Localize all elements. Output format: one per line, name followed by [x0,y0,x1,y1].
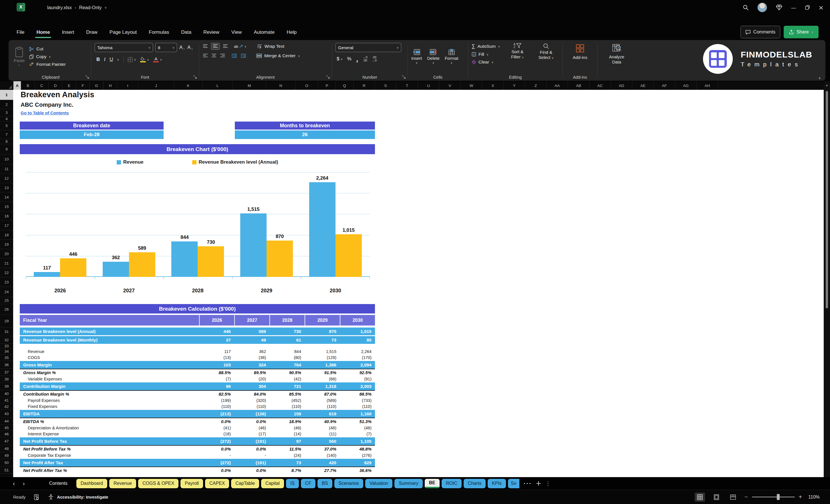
cell-payroll-expenses-2026[interactable]: (199) [199,397,234,403]
sheet-tab-bs[interactable]: BS [317,479,332,488]
row-header-29[interactable]: 29 [0,315,13,327]
format-painter-button[interactable]: Format Painter [29,62,66,67]
cell-contribution-margin-2027[interactable]: 84.0% [234,391,269,397]
cell-interest-expense-2026[interactable]: (18) [199,431,234,437]
sheet-tab-cf[interactable]: CF [301,479,316,488]
sheet-tab-cogs-opex[interactable]: COGS & OPEX [138,479,179,488]
cell-cogs-2028[interactable]: (80) [269,354,305,360]
fiscal-year-label[interactable]: Fiscal Year [20,315,199,325]
format-cells-button[interactable]: Format ∨ [445,49,458,64]
row-header-11[interactable]: 11 [0,164,13,174]
borders-button[interactable]: ∨ [128,57,136,62]
column-header-A[interactable]: A [13,81,21,90]
cell-fixed-expenses-2030[interactable]: (110) [340,403,375,409]
cell-revenue-breakeven-level-annual-2027[interactable]: 589 [234,327,269,335]
cell-ebitda-2027[interactable]: (126) [234,410,269,418]
row-label-net-profit-after-tax[interactable]: Net Profit After Tax % [20,467,199,474]
fiscal-year-2027[interactable]: 2027 [234,315,269,325]
sheet-tab-valuation[interactable]: Valuation [365,479,393,488]
analyze-data-button[interactable]: Analyze Data [601,43,632,65]
increase-indent-button[interactable] [240,54,247,58]
row-label-corporate-tax-expense[interactable]: Corporate Tax Expense [20,452,199,458]
cell-net-profit-before-tax-2026[interactable]: (272) [199,437,234,445]
accessibility-status[interactable]: Accessibility: Investigate [48,494,108,500]
column-header-Q[interactable]: Q [336,81,353,90]
cell-revenue-breakeven-level-monthly-2026[interactable]: 37 [199,336,234,344]
addins-button[interactable]: Add-ins [566,43,594,60]
cell-revenue-breakeven-level-annual-2026[interactable]: 446 [199,327,234,335]
row-header-48[interactable]: 48 [0,445,13,452]
cell-gross-margin-2026[interactable]: 103 [199,361,234,369]
select-all-corner[interactable] [0,81,13,90]
number-dialog-launcher[interactable] [402,75,406,79]
wrap-text-button[interactable]: Wrap Text [257,44,284,49]
row-header-22[interactable]: 22 [0,268,13,278]
column-header-F[interactable]: F [76,81,90,90]
column-header-B[interactable]: B [21,81,35,90]
sheet-tab-contents[interactable]: Contents [42,479,74,488]
cell-corporate-tax-expense-2027[interactable]: - [234,452,269,458]
cell-ebitda-2030[interactable]: 1,160 [340,410,375,418]
cell-fixed-expenses-2029[interactable]: (110) [305,403,340,409]
cut-button[interactable]: Cut [29,46,66,52]
row-header-36[interactable]: 36 [0,361,13,369]
cell-variable-expenses-2029[interactable]: (68) [305,376,340,382]
cell-net-profit-before-tax-2026[interactable]: 0.0% [199,446,234,452]
cell-payroll-expenses-2029[interactable]: (589) [305,397,340,403]
cell-contribution-margin-2030[interactable]: 88.5% [340,391,375,397]
fiscal-year-2026[interactable]: 2026 [199,315,234,325]
font-dialog-launcher[interactable] [193,75,197,79]
row-label-net-profit-before-tax[interactable]: Net Profit Before Tax [20,437,199,445]
cell-ebitda-2029[interactable]: 40.9% [305,418,340,425]
breakeven-chart[interactable]: 1174463625898447301,5158702,2641,015 [26,172,370,277]
clipboard-dialog-launcher[interactable] [86,75,89,79]
cell-fixed-expenses-2027[interactable]: (110) [234,403,269,409]
cell-net-profit-after-tax-2029[interactable]: 420 [305,459,340,467]
row-header-9[interactable]: 9 [0,144,13,154]
column-header-W[interactable]: W [461,81,482,90]
column-header-AD[interactable]: AD [611,81,632,90]
cell-revenue-2028[interactable]: 844 [269,348,305,354]
row-label-depreciation-amortization[interactable]: Depreciation & Amortization [20,425,199,431]
ribbon-tab-formulas[interactable]: Formulas [148,28,169,36]
legend-item-revenue[interactable]: Revenue [117,159,143,165]
column-header-G[interactable]: G [90,81,103,90]
shrink-font-button[interactable]: A∨ [187,44,193,50]
ribbon-tab-file[interactable]: File [16,28,25,36]
column-header-AC[interactable]: AC [589,81,611,90]
column-header-AB[interactable]: AB [568,81,589,90]
column-header-T[interactable]: T [396,81,418,90]
row-header-51[interactable]: 51 [0,467,13,474]
row-header-14[interactable]: 14 [0,192,13,202]
ribbon-tab-page-layout[interactable]: Page Layout [109,28,137,36]
font-family-select[interactable]: Tahoma ∨ [95,43,153,52]
page-layout-view-icon[interactable] [711,493,722,502]
cell-ebitda-2026[interactable]: 0.0% [199,418,234,425]
percent-format-button[interactable]: % [347,56,352,62]
cell-gross-margin-2026[interactable]: 88.5% [199,369,234,376]
fill-color-button[interactable]: ∨ [140,57,149,62]
zoom-out-icon[interactable]: − [744,494,748,500]
font-color-button[interactable]: A ∨ [153,57,162,62]
cell-payroll-expenses-2028[interactable]: (452) [269,397,305,403]
column-header-O[interactable]: O [295,81,318,90]
restore-button[interactable] [805,5,810,10]
column-header-L[interactable]: L [203,81,232,90]
cell-revenue-breakeven-level-monthly-2030[interactable]: 85 [340,336,375,344]
cell-gross-margin-2028[interactable]: 90.5% [269,369,305,376]
column-header-AH[interactable]: AH [697,81,718,90]
cell-gross-margin-2030[interactable]: 92.5% [340,369,375,376]
cell-revenue-breakeven-level-annual-2030[interactable]: 1,015 [340,327,375,335]
column-header-Y[interactable]: Y [504,81,525,90]
row-label-contribution-margin[interactable]: Contribution Margin [20,382,199,390]
row-header-45[interactable]: 45 [0,425,13,431]
cell-contribution-margin-2028[interactable]: 85.5% [269,391,305,397]
fill-button[interactable]: Fill ∨ [472,52,500,57]
cell-net-profit-before-tax-2028[interactable]: 97 [269,437,305,445]
cell-revenue-2030[interactable]: 2,264 [340,348,375,354]
cell-net-profit-before-tax-2029[interactable]: 560 [305,437,340,445]
cell-gross-margin-2030[interactable]: 2,094 [340,361,375,369]
fiscal-year-2030[interactable]: 2030 [340,315,375,325]
cell-corporate-tax-expense-2028[interactable]: (24) [269,452,305,458]
cell-interest-expense-2030[interactable]: (7) [340,431,375,437]
